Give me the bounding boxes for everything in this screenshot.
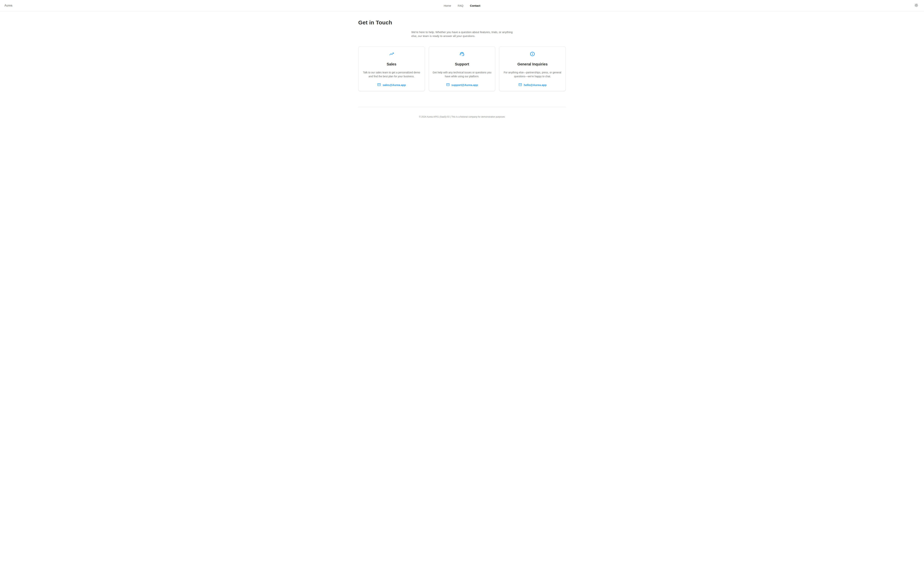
trending-up-icon (361, 51, 422, 57)
nav-link-contact[interactable]: Contact (470, 4, 480, 7)
brand-logo[interactable]: Aurea (5, 4, 13, 7)
intro-paragraph: We're here to help. Whether you have a q… (411, 30, 513, 38)
nav-links: Home FAQ Contact (444, 0, 480, 11)
footer-copyright: © 2024 Aurea-AP01 (SaaS)-02 | This is a … (358, 116, 566, 173)
theme-toggle-button[interactable] (913, 2, 919, 9)
navbar: Aurea Home FAQ Contact (0, 0, 924, 11)
support-agent-icon (432, 51, 492, 57)
mail-icon (446, 83, 450, 87)
sun-icon (914, 3, 918, 8)
card-sales: Sales Talk to our sales team to get a pe… (358, 46, 425, 91)
card-description: Get help with any technical issues or qu… (432, 71, 492, 78)
contact-cards: Sales Talk to our sales team to get a pe… (358, 46, 566, 91)
nav-link-faq[interactable]: FAQ (458, 4, 463, 7)
main-content: Get in Touch We're here to help. Whether… (358, 19, 566, 173)
general-email-link[interactable]: hello@Aurea.app (518, 83, 546, 87)
card-title: General Inquiries (502, 62, 563, 66)
page-title: Get in Touch (358, 19, 566, 26)
email-text: support@Aurea.app (451, 83, 478, 86)
email-text: sales@Aurea.app (383, 83, 406, 86)
card-title: Sales (361, 62, 422, 66)
email-text: hello@Aurea.app (524, 83, 546, 86)
card-title: Support (432, 62, 492, 66)
sales-email-link[interactable]: sales@Aurea.app (377, 83, 406, 87)
mail-icon (377, 83, 381, 87)
info-icon (502, 51, 563, 57)
card-support: Support Get help with any technical issu… (429, 46, 495, 91)
support-email-link[interactable]: support@Aurea.app (446, 83, 478, 87)
nav-link-home[interactable]: Home (444, 4, 451, 7)
card-description: For anything else—partnerships, press, o… (502, 71, 563, 78)
mail-icon (518, 83, 522, 87)
card-general-inquiries: General Inquiries For anything else—part… (499, 46, 566, 91)
card-description: Talk to our sales team to get a personal… (361, 71, 422, 78)
